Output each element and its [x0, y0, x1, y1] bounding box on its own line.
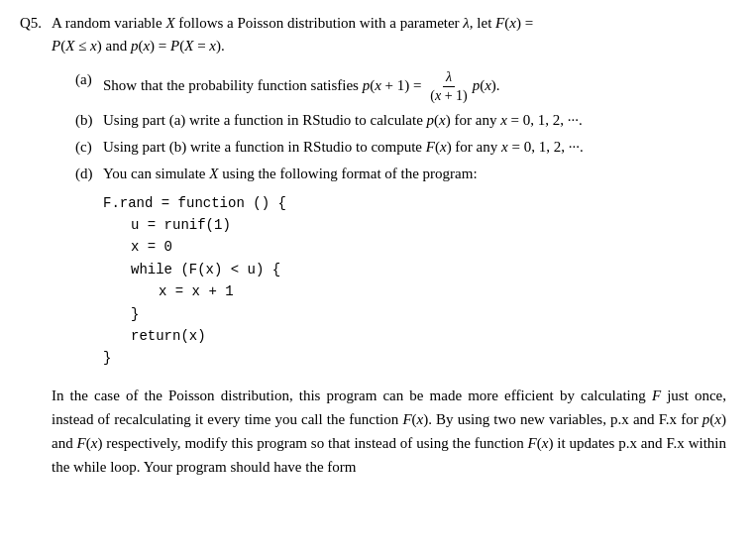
code-line-7: return(x) [103, 325, 726, 347]
code-line-1: F.rand = function () { [103, 192, 726, 214]
code-line-5: x = x + 1 [103, 280, 726, 302]
code-line-3: x = 0 [103, 236, 726, 258]
part-d: (d) You can simulate X using the followi… [75, 163, 726, 185]
code-line-6: } [103, 303, 726, 325]
code-line-2: u = runif(1) [103, 214, 726, 236]
question-block: Q5. A random variable X fraction: λ/(x+1… [20, 12, 726, 479]
question-header: Q5. A random variable X fraction: λ/(x+1… [20, 12, 726, 35]
part-b-label: (b) [75, 109, 103, 132]
question-number: Q5. [20, 12, 52, 35]
parts-list: (a) Show that the probability function s… [20, 68, 726, 370]
question-intro-line1: A random variable X fraction: λ/(x+1)fol… [52, 12, 726, 35]
code-line-8: } [103, 347, 726, 369]
part-b: (b) Using part (a) write a function in R… [75, 109, 726, 132]
part-a: (a) Show that the probability function s… [75, 68, 726, 105]
part-a-content: Show that the probability function satis… [103, 68, 726, 105]
code-block: F.rand = function () { u = runif(1) x = … [75, 192, 726, 370]
part-d-label: (d) [75, 163, 103, 185]
part-c: (c) Using part (b) write a function in R… [75, 136, 726, 159]
efficiency-paragraph: In the case of the Poisson distribution,… [20, 384, 726, 479]
fraction-denominator: (x + 1) [427, 87, 470, 105]
part-c-content: Using part (b) write a function in RStud… [103, 136, 726, 159]
part-d-content: You can simulate X using the following f… [103, 163, 726, 185]
fraction-numerator: λ [443, 68, 455, 87]
part-c-label: (c) [75, 136, 103, 159]
question-intro-line2: P(X ≤ x) and p(x) = P(X = x). [20, 35, 726, 57]
formula-fraction: λ (x + 1) [427, 68, 470, 105]
code-line-4: while (F(x) < u) { [103, 259, 726, 280]
part-b-content: Using part (a) write a function in RStud… [103, 109, 726, 132]
part-a-label: (a) [75, 68, 103, 91]
